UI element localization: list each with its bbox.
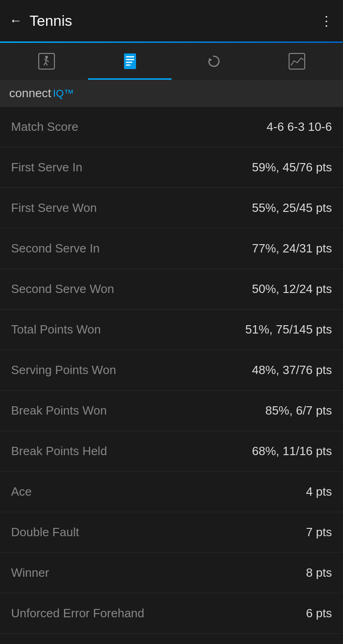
stat-label: Second Serve In	[11, 241, 252, 256]
chart-icon	[288, 52, 306, 70]
stat-label: First Serve In	[11, 160, 252, 175]
stat-value: 50%, 12/24 pts	[252, 282, 332, 296]
tab-replay[interactable]	[172, 43, 255, 80]
table-row: Total Points Won51%, 75/145 pts	[0, 310, 343, 350]
svg-rect-13	[289, 53, 305, 69]
table-row: Winner8 pts	[0, 553, 343, 593]
stat-label: Ace	[11, 485, 306, 499]
stat-label: Break Points Held	[11, 444, 252, 458]
stat-value: 4 pts	[306, 485, 332, 499]
stat-value: 77%, 24/31 pts	[252, 241, 332, 256]
table-row: Serving Points Won48%, 37/76 pts	[0, 350, 343, 391]
svg-line-4	[46, 63, 47, 65]
table-row: Break Points Held68%, 11/16 pts	[0, 431, 343, 472]
stat-label: Break Points Won	[11, 404, 265, 418]
stats-icon	[121, 52, 139, 70]
page-title: Tennis	[30, 12, 72, 29]
tab-bar	[0, 43, 343, 80]
svg-rect-8	[126, 56, 134, 58]
stat-label: Total Points Won	[11, 322, 245, 337]
table-row: Unforced Error Forehand6 pts	[0, 593, 343, 634]
replay-icon	[204, 52, 223, 70]
stat-value: 51%, 75/145 pts	[245, 322, 332, 337]
table-row: Break Points Won85%, 6/7 pts	[0, 391, 343, 431]
connect-label: connect	[9, 86, 51, 100]
svg-line-6	[47, 60, 49, 62]
table-row: Unforced Error Backhand2 pts	[0, 634, 343, 644]
stat-value: 68%, 11/16 pts	[252, 444, 332, 458]
stat-value: 55%, 25/45 pts	[252, 201, 332, 215]
stat-label: Second Serve Won	[11, 282, 252, 296]
activity-icon	[37, 52, 56, 70]
table-row: First Serve In59%, 45/76 pts	[0, 147, 343, 188]
stat-label: First Serve Won	[11, 201, 252, 215]
stats-list: Match Score4-6 6-3 10-6First Serve In59%…	[0, 107, 343, 644]
stat-value: 4-6 6-3 10-6	[266, 120, 332, 134]
stat-value: 48%, 37/76 pts	[252, 363, 332, 377]
svg-rect-10	[126, 62, 132, 63]
stat-label: Match Score	[11, 120, 266, 134]
connect-iq-bar: connect IQ™	[0, 80, 343, 107]
header: ← Tennis ⋮	[0, 0, 343, 41]
tab-activity[interactable]	[5, 43, 88, 80]
stat-label: Serving Points Won	[11, 363, 252, 377]
table-row: Ace4 pts	[0, 472, 343, 512]
stat-value: 6 pts	[306, 606, 332, 621]
stat-value: 85%, 6/7 pts	[265, 404, 332, 418]
menu-button[interactable]: ⋮	[320, 13, 334, 29]
table-row: Second Serve In77%, 24/31 pts	[0, 228, 343, 269]
table-row: Match Score4-6 6-3 10-6	[0, 107, 343, 147]
stat-value: 8 pts	[306, 566, 332, 580]
table-row: First Serve Won55%, 25/45 pts	[0, 188, 343, 228]
back-button[interactable]: ←	[9, 14, 22, 27]
stat-value: 59%, 45/76 pts	[252, 160, 332, 175]
table-row: Second Serve Won50%, 12/24 pts	[0, 269, 343, 310]
tab-chart[interactable]	[255, 43, 338, 80]
tab-stats[interactable]	[88, 43, 172, 80]
stat-label: Double Fault	[11, 525, 306, 539]
svg-marker-12	[209, 58, 212, 62]
table-row: Double Fault7 pts	[0, 512, 343, 553]
svg-rect-9	[126, 59, 134, 60]
stat-label: Unforced Error Forehand	[11, 606, 306, 621]
stat-label: Winner	[11, 566, 306, 580]
svg-point-1	[45, 56, 48, 59]
stat-value: 7 pts	[306, 525, 332, 539]
svg-rect-7	[124, 53, 136, 69]
iq-label: IQ™	[53, 88, 74, 100]
header-left: ← Tennis	[9, 12, 72, 29]
svg-rect-11	[126, 64, 130, 66]
